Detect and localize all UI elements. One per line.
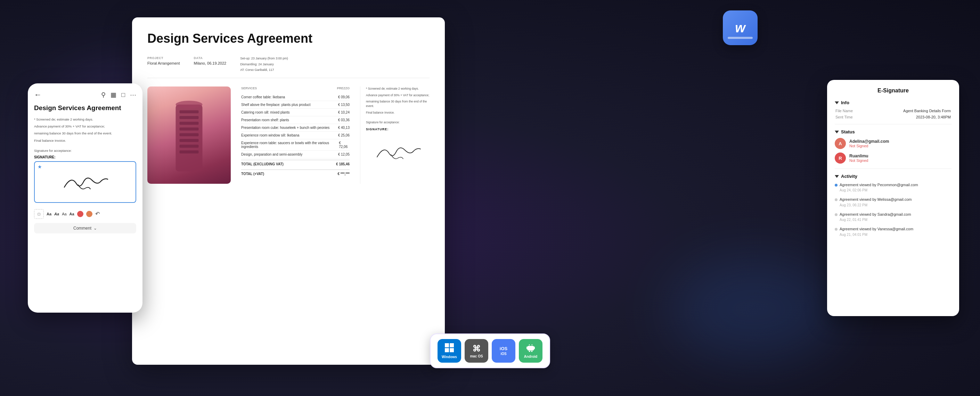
- total-incl-label: TOTAL (+VAT): [241, 172, 264, 176]
- svg-rect-16: [527, 346, 534, 350]
- select-tool[interactable]: □: [34, 209, 44, 219]
- svg-point-9: [176, 101, 203, 108]
- setup-col: Set-up: 23 January (from 3:00 pm) Disman…: [240, 56, 288, 72]
- service-name: Presentation room cube: houseleek + bunc…: [241, 126, 329, 130]
- signer-item: R Ruanlimu Not Signed: [835, 153, 951, 164]
- info-triangle-icon: [835, 102, 839, 104]
- info-section-header: Info: [835, 100, 951, 105]
- signer-status: Not Signed: [850, 158, 869, 162]
- divider-1: [835, 124, 951, 124]
- activity-time: Aug 21, 04:01 PM: [840, 233, 951, 237]
- services-label: SERVICES: [241, 86, 257, 90]
- color-orange[interactable]: [86, 211, 92, 217]
- svg-rect-4: [180, 127, 199, 130]
- mobile-body-3: remaining balance 30 days from the end o…: [34, 131, 136, 136]
- doc-image-col: [147, 86, 231, 184]
- service-price: € 72,06: [339, 141, 350, 149]
- svg-rect-6: [180, 139, 199, 142]
- ios-icon: iOS: [500, 346, 508, 351]
- signer-avatar: R: [835, 153, 846, 164]
- activity-text: Agreement viewed by Melissa@gmail.com: [840, 197, 951, 202]
- signer-info: Ruanlimu Not Signed: [850, 154, 869, 162]
- mobile-body-1: * Screened de; estimate 2 working days.: [34, 117, 136, 122]
- more-icon[interactable]: ⋯: [130, 91, 136, 99]
- services-list: Corner coffee table: Ikebana € 09,06 She…: [241, 94, 350, 158]
- undo-icon[interactable]: ↶: [95, 210, 100, 217]
- app-icon-bar: [728, 37, 753, 39]
- dismantling-text: Dismantling: 24 January: [240, 62, 288, 67]
- data-col: DATA Milano, 06.19.2022: [194, 56, 227, 72]
- back-button[interactable]: ←: [34, 90, 42, 99]
- service-price: € 03,36: [338, 118, 350, 122]
- mobile-signature-box[interactable]: ★: [34, 161, 136, 203]
- doc-right-body-4: Final balance Invoice.: [366, 110, 430, 115]
- doc-sig-title: SIGNATURE:: [366, 127, 430, 131]
- app-icon-letter: w: [735, 21, 745, 34]
- info-section-title: Info: [841, 100, 850, 105]
- ios-button[interactable]: iOS iOS: [492, 339, 515, 363]
- comment-chevron: ⌄: [94, 226, 97, 231]
- comment-bar[interactable]: Comment ⌄: [34, 223, 136, 234]
- font-tool-1[interactable]: Aa: [46, 212, 51, 216]
- grid-icon[interactable]: ▦: [110, 91, 116, 99]
- service-name: Design, preparation and semi-assembly: [241, 153, 302, 156]
- activity-section-header: Activity: [835, 174, 951, 179]
- bookmark-icon[interactable]: □: [121, 91, 125, 99]
- status-section-title: Status: [841, 129, 855, 134]
- color-red[interactable]: [77, 211, 83, 217]
- service-name: Experience room table: saucers or bowls …: [241, 141, 339, 149]
- activity-item: Agreement viewed by Pecommon@gmail.com A…: [835, 182, 951, 192]
- sent-time-row: Sent Time 2023-08-20, 3:48PM: [835, 115, 951, 119]
- signer-status: Not Signed: [850, 144, 889, 148]
- svg-point-15: [531, 344, 532, 345]
- service-name: Shelf above the fireplace: plants plus p…: [241, 103, 311, 107]
- esig-panel: E-Signature Info File Name Agent Banking…: [827, 80, 959, 316]
- font-tool-4[interactable]: Aa: [70, 212, 74, 216]
- svg-point-14: [529, 344, 530, 345]
- font-tool-2[interactable]: Aa: [54, 212, 59, 216]
- doc-right-body-2: Advance payment of 30% + VAT for accepta…: [366, 93, 430, 98]
- signer-info: Adelina@gmail.com Not Signed: [850, 139, 889, 148]
- svg-rect-18: [534, 346, 535, 349]
- doc-sig-area: [366, 134, 430, 169]
- macos-label: mac OS: [470, 354, 483, 358]
- doc-sig-label: Signature for acceptance:: [366, 121, 430, 124]
- doc-right-section: * Screened de; estimate 2 working days. …: [360, 86, 430, 184]
- total-excl-row: TOTAL (EXCLUDING VAT) € 185,46: [241, 160, 350, 168]
- svg-rect-0: [176, 105, 203, 172]
- mobile-toolbar: □ Aa Aa Aa Aa ↶: [34, 206, 136, 219]
- total-excl-value: € 185,46: [336, 162, 350, 166]
- mobile-doc-title: Design Services Agreement: [34, 104, 136, 112]
- activity-text: Agreement viewed by Pecommon@gmail.com: [840, 182, 951, 188]
- setup-text: Set-up: 23 January (from 3:00 pm): [240, 56, 288, 61]
- status-section-header: Status: [835, 129, 951, 134]
- project-label: PROJECT: [147, 56, 180, 60]
- windows-button[interactable]: Windows: [438, 339, 461, 363]
- svg-rect-8: [180, 150, 199, 154]
- prezzo-label: PREZZO: [337, 86, 350, 90]
- activity-item: Agreement viewed by Sandra@gmail.com Aug…: [835, 212, 951, 222]
- activity-text: Agreement viewed by Vanessa@gmail.com: [840, 226, 951, 232]
- svg-rect-2: [180, 116, 199, 119]
- status-triangle-icon: [835, 130, 839, 134]
- windows-label: Windows: [442, 355, 457, 359]
- doc-content-row: SERVICES PREZZO Corner coffee table: Ike…: [147, 86, 430, 184]
- doc-right-body-3: remaining balance 30 days from the end o…: [366, 99, 430, 108]
- doc-right-body-1: * Screened de; estimate 2 working days.: [366, 86, 430, 91]
- platform-bar: Windows ⌘ mac OS iOS iOS Androi: [430, 334, 550, 368]
- font-tool-3[interactable]: Aa: [62, 212, 66, 216]
- service-row: Corner coffee table: Ikebana € 09,06: [241, 94, 350, 101]
- building-svg: [170, 97, 208, 173]
- android-button[interactable]: Android: [519, 339, 542, 363]
- total-incl-value: € ***,***: [338, 172, 350, 176]
- mobile-body-2: Advance payment of 30% + VAT for accepta…: [34, 124, 136, 129]
- macos-button[interactable]: ⌘ mac OS: [465, 339, 488, 363]
- mobile-sig-title: SIGNATURE:: [34, 155, 136, 159]
- search-icon[interactable]: ⚲: [101, 91, 106, 99]
- service-price: € 25,06: [338, 134, 350, 137]
- service-name: Corner coffee table: Ikebana: [241, 95, 285, 99]
- svg-rect-19: [529, 351, 530, 352]
- service-row: Catering room sill: mixed plants € 10,24: [241, 109, 350, 116]
- service-row: Design, preparation and semi-assembly € …: [241, 151, 350, 158]
- activities-list: Agreement viewed by Pecommon@gmail.com A…: [835, 182, 951, 237]
